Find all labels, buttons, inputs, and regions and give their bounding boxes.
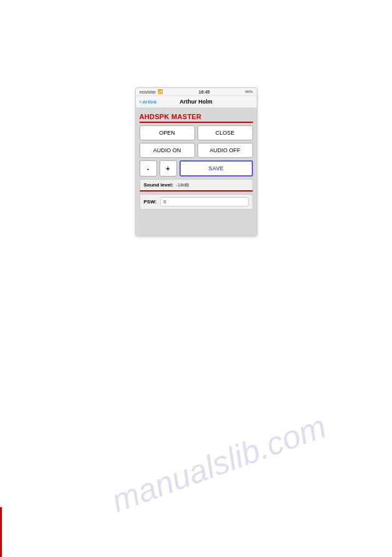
open-button[interactable]: OPEN [140,125,195,140]
plus-button[interactable]: + [160,160,177,177]
app-content: AHDSPK MASTER OPEN CLOSE AUDIO ON AUDIO … [136,108,257,217]
sound-level-row: Sound level: -18dB [140,179,253,191]
save-button[interactable]: SAVE [179,160,253,177]
psw-label: PSW: [144,199,157,205]
audio-row: AUDIO ON AUDIO OFF [140,143,253,158]
wifi-icon: 📶 [158,89,163,94]
phone-frame: movistar 📶 16:45 86% ‹ AHlink Arthur Hol… [135,87,257,236]
audio-on-button[interactable]: AUDIO ON [140,143,195,158]
status-time: 16:45 [199,90,210,94]
section-title: AHDSPK MASTER [140,113,253,123]
sound-level-label: Sound level: [144,182,174,188]
sound-level-value: -18dB [176,182,189,188]
bottom-area [136,217,257,236]
audio-off-button[interactable]: AUDIO OFF [198,143,253,158]
status-left: movistar 📶 [140,89,163,94]
status-bar: movistar 📶 16:45 86% [136,88,257,96]
volume-row: - + SAVE [140,160,253,177]
psw-input[interactable] [160,197,248,206]
battery-indicator: 86% [245,90,252,94]
nav-back-button[interactable]: ‹ AHlink [140,99,157,105]
page-wrapper: manualslib.com movistar 📶 16:45 86% ‹ AH… [0,0,392,557]
nav-back-label: AHlink [143,99,157,105]
nav-bar: ‹ AHlink Arthur Holm [136,96,257,108]
psw-row: PSW: [140,194,253,210]
back-chevron-icon: ‹ [140,99,141,105]
open-close-row: OPEN CLOSE [140,125,253,140]
left-border-line [0,507,2,557]
watermark: manualslib.com [107,407,331,520]
minus-button[interactable]: - [140,160,157,177]
nav-title: Arthur Holm [179,99,213,105]
close-button[interactable]: CLOSE [198,125,253,140]
carrier-text: movistar [140,90,156,94]
